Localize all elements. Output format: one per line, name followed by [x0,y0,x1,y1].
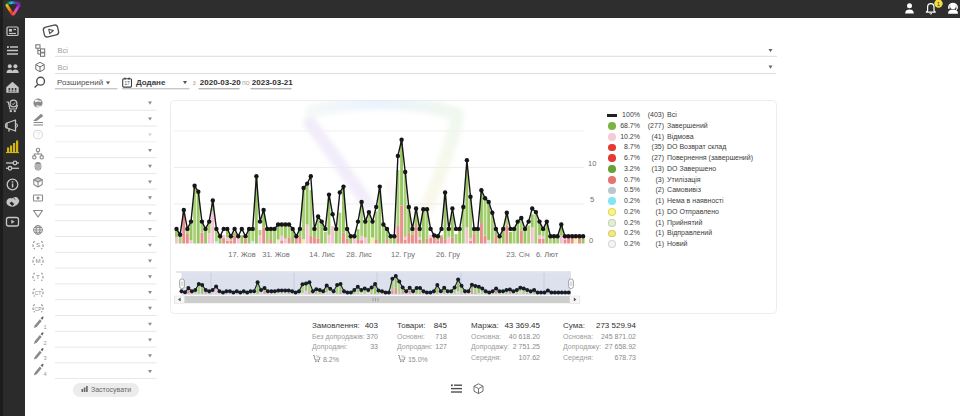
svg-text:12. Гру: 12. Гру [391,250,415,259]
svg-text:S: S [36,241,40,248]
svg-text:Всі: Всі [58,46,69,55]
svg-text:%: % [401,354,405,359]
svg-text:26. Гру: 26. Гру [436,250,460,259]
svg-text:31. Жов: 31. Жов [262,250,290,259]
svg-text:T: T [36,273,40,280]
svg-text:2020-03-20: 2020-03-20 [200,78,241,87]
svg-text:17: 17 [124,81,130,86]
svg-text:Додане: Додане [136,78,166,87]
svg-text:2023-03-21: 2023-03-21 [252,78,293,87]
svg-text:10: 10 [588,159,596,168]
svg-text:1: 1 [44,324,47,330]
svg-text:%: % [316,354,320,359]
svg-text:28. Лис: 28. Лис [346,250,372,259]
svg-text:0: 0 [589,236,593,245]
svg-text:CT: CT [35,290,43,296]
svg-text:з: з [193,79,196,86]
svg-text:6. Лют: 6. Лют [536,250,559,259]
svg-text:23. Січ: 23. Січ [506,250,530,259]
svg-text:2: 2 [44,340,47,346]
svg-text:4: 4 [44,371,48,377]
svg-text:M: M [35,257,40,264]
svg-text:по: по [242,79,250,86]
svg-text:CP: CP [34,306,42,312]
svg-text:Всі: Всі [58,63,69,72]
svg-text:5: 5 [590,195,594,204]
svg-text:14. Лис: 14. Лис [309,250,335,259]
svg-text:?: ? [36,131,40,138]
svg-text:Розширений: Розширений [57,78,103,87]
svg-text:17. Жов: 17. Жов [228,250,256,259]
svg-text:3: 3 [44,355,47,361]
